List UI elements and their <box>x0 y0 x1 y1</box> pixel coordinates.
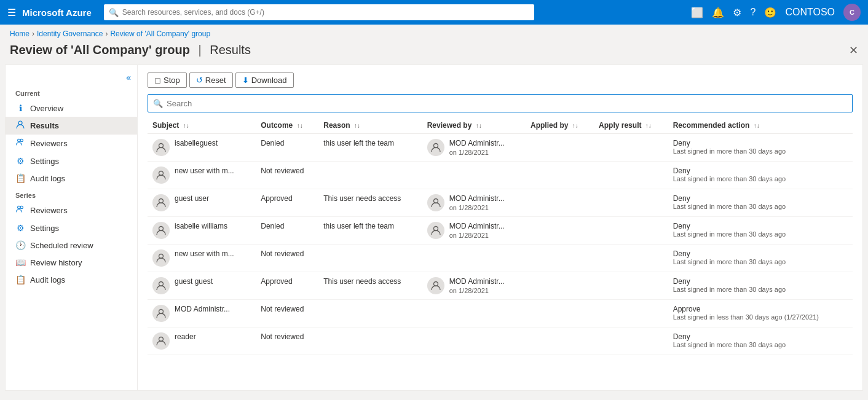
breadcrumb-home[interactable]: Home <box>10 29 30 38</box>
results-icon <box>15 120 25 131</box>
sort-reviewedby-icon[interactable]: ↑↓ <box>476 122 482 129</box>
cell-subject-1: new user with m... <box>148 162 256 189</box>
user-avatar-1 <box>152 167 170 184</box>
cell-reason-5: This user needs access <box>318 272 422 300</box>
svg-point-4 <box>20 206 23 208</box>
cell-reason-1 <box>318 162 422 189</box>
subject-name-3: isabelle williams <box>175 222 227 230</box>
recommended-sub-0: Last signed in more than 30 days ago <box>673 147 848 155</box>
user-avatar-6 <box>152 305 170 322</box>
feedback-icon[interactable]: 🙂 <box>764 7 776 18</box>
close-button[interactable]: ✕ <box>849 44 858 57</box>
cell-subject-4: new user with m... <box>148 245 256 272</box>
table-row: isabelleguest Denied this user left the … <box>148 134 853 162</box>
col-applied-by[interactable]: Applied by ↑↓ <box>526 117 594 134</box>
sidebar-label-auditlogs-series: Audit logs <box>30 275 65 284</box>
help-icon[interactable]: ? <box>750 7 756 18</box>
subject-name-2: guest user <box>175 194 209 203</box>
table-row: isabelle williams Denied this user left … <box>148 217 853 245</box>
table-search-icon: 🔍 <box>153 99 163 108</box>
cell-reason-2: This user needs access <box>318 189 422 217</box>
sidebar-collapse-button[interactable]: « <box>6 70 137 85</box>
cell-subject-0: isabelleguest <box>148 134 256 162</box>
cell-recommended-4: Deny Last signed in more than 30 days ag… <box>668 245 853 272</box>
sidebar-item-scheduled-review[interactable]: 🕐 Scheduled review <box>6 237 137 254</box>
global-search-bar: 🔍 <box>104 4 534 20</box>
tenant-name: CONTOSO <box>785 7 835 18</box>
sidebar-item-auditlogs-series[interactable]: 📋 Audit logs <box>6 271 137 288</box>
cell-recommended-0: Deny Last signed in more than 30 days ag… <box>668 134 853 162</box>
cell-reviewed-by-0: MOD Administr... on 1/28/2021 <box>422 134 526 162</box>
cell-outcome-3: Denied <box>256 217 318 245</box>
sort-reason-icon[interactable]: ↑↓ <box>354 122 360 129</box>
recommended-action-3: Deny <box>673 222 848 230</box>
sidebar-item-settings-current[interactable]: ⚙ Settings <box>6 152 137 170</box>
sidebar-item-reviewers-current[interactable]: Reviewers <box>6 135 137 152</box>
reset-button[interactable]: ↺ Reset <box>189 73 233 88</box>
settings-series-icon: ⚙ <box>15 223 25 233</box>
cell-reviewed-by-1 <box>422 162 526 189</box>
table-search-input[interactable] <box>167 99 847 108</box>
col-outcome[interactable]: Outcome ↑↓ <box>256 117 318 134</box>
user-avatar-7 <box>152 332 170 350</box>
sort-appliedby-icon[interactable]: ↑↓ <box>572 122 578 129</box>
cell-reason-0: this user left the team <box>318 134 422 162</box>
results-table: Subject ↑↓ Outcome ↑↓ Reason ↑↓ Review <box>148 117 853 355</box>
sidebar-item-auditlogs-current[interactable]: 📋 Audit logs <box>6 170 137 187</box>
recommended-action-2: Deny <box>673 194 848 203</box>
cell-subject-2: guest user <box>148 189 256 217</box>
col-recommended-action[interactable]: Recommended action ↑↓ <box>668 117 853 134</box>
recommended-action-0: Deny <box>673 139 848 147</box>
settings-icon[interactable]: ⚙ <box>733 7 741 18</box>
breadcrumb-review[interactable]: Review of 'All Company' group <box>110 29 210 38</box>
sort-applyresult-icon[interactable]: ↑↓ <box>645 122 652 129</box>
cell-outcome-5: Approved <box>256 272 318 300</box>
sidebar-label-auditlogs-current: Audit logs <box>30 174 65 183</box>
sidebar-label-reviewers-series: Reviewers <box>30 206 68 215</box>
notifications-icon[interactable]: 🔔 <box>712 7 724 18</box>
recommended-sub-5: Last signed in more than 30 days ago <box>673 286 848 293</box>
download-button[interactable]: ⬇ Download <box>235 73 294 88</box>
col-reason[interactable]: Reason ↑↓ <box>318 117 422 134</box>
sidebar-item-review-history[interactable]: 📖 Review history <box>6 254 137 271</box>
sort-subject-icon[interactable]: ↑↓ <box>183 122 189 129</box>
cell-subject-6: MOD Administr... <box>148 300 256 327</box>
user-avatar[interactable]: C <box>843 4 861 21</box>
sort-recommended-icon[interactable]: ↑↓ <box>754 122 760 129</box>
subject-name-7: reader <box>175 332 196 341</box>
cell-apply-result-4 <box>594 245 668 272</box>
reviewers-current-icon <box>15 138 25 149</box>
sidebar-item-settings-series[interactable]: ⚙ Settings <box>6 219 137 237</box>
global-search-input[interactable] <box>122 8 529 17</box>
cell-outcome-7: Not reviewed <box>256 327 318 355</box>
stop-button[interactable]: ◻ Stop <box>148 73 187 88</box>
reviewer-date-2: on 1/28/2021 <box>449 204 505 211</box>
cell-applied-by-0 <box>526 134 594 162</box>
col-apply-result[interactable]: Apply result ↑↓ <box>594 117 668 134</box>
auditlogs-series-icon: 📋 <box>15 275 25 284</box>
cell-apply-result-5 <box>594 272 668 300</box>
sidebar-item-results[interactable]: Results <box>6 117 137 135</box>
recommended-action-7: Deny <box>673 332 848 341</box>
col-reviewed-by[interactable]: Reviewed by ↑↓ <box>422 117 526 134</box>
user-avatar-5 <box>152 277 170 294</box>
subject-name-5: guest guest <box>175 277 213 286</box>
app-logo: Microsoft Azure <box>22 7 92 18</box>
cell-outcome-0: Denied <box>256 134 318 162</box>
sort-outcome-icon[interactable]: ↑↓ <box>297 122 303 129</box>
sidebar-item-overview[interactable]: ℹ Overview <box>6 100 137 117</box>
sidebar-item-reviewers-series[interactable]: Reviewers <box>6 202 137 219</box>
sidebar-current-label: Current <box>6 85 137 100</box>
scheduled-review-icon: 🕐 <box>15 240 25 250</box>
table-search-bar: 🔍 <box>148 94 853 112</box>
breadcrumb: Home › Identity Governance › Review of '… <box>0 25 868 41</box>
breadcrumb-identity-governance[interactable]: Identity Governance <box>37 29 103 38</box>
cell-subject-3: isabelle williams <box>148 217 256 245</box>
col-subject[interactable]: Subject ↑↓ <box>148 117 256 134</box>
portal-icon[interactable]: ⬜ <box>691 7 703 18</box>
hamburger-menu[interactable]: ☰ <box>7 7 16 18</box>
search-icon: 🔍 <box>109 8 119 17</box>
cell-reviewed-by-7 <box>422 327 526 355</box>
cell-reason-4 <box>318 245 422 272</box>
reviewer-avatar-0 <box>427 139 444 156</box>
